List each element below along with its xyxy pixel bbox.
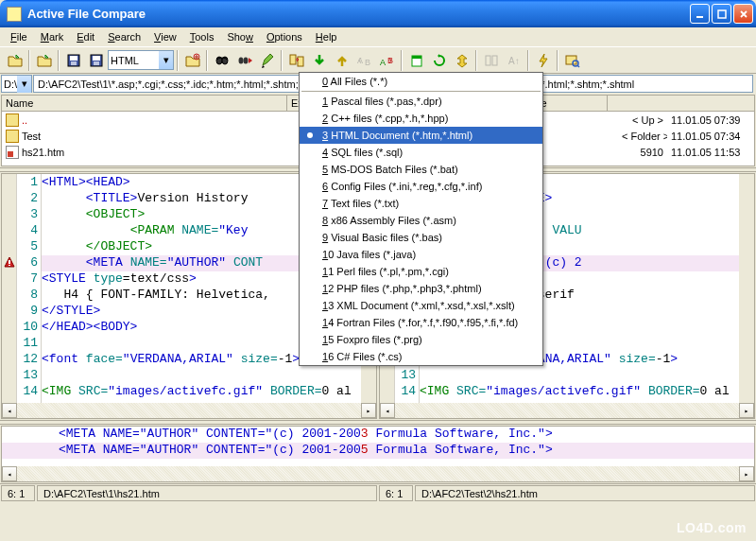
bolt-button[interactable] bbox=[532, 49, 554, 71]
separator bbox=[401, 50, 403, 71]
dropdown-separator bbox=[301, 91, 541, 92]
dropdown-item[interactable]: 5 MS-DOS Batch Files (*.bat) bbox=[300, 161, 542, 178]
copy-right-button[interactable]: BA bbox=[376, 49, 398, 71]
menu-help[interactable]: Help bbox=[309, 29, 344, 44]
dropdown-item[interactable]: 14 Fortran Files (*.for,*.f,*.f90,*.f95,… bbox=[300, 314, 542, 331]
scroll-track[interactable] bbox=[17, 403, 361, 418]
separator bbox=[281, 50, 283, 71]
filetype-combo[interactable]: HTML ▾ bbox=[108, 50, 174, 70]
status-left-path: D:\AFC2\Test\1\hs21.htm bbox=[37, 485, 377, 501]
status-left-pos: 6: 1 bbox=[1, 485, 35, 501]
copy-left-button[interactable]: AB bbox=[353, 49, 375, 71]
code-line[interactable]: <IMG SRC="images/activefc.gif" BORDER=0 … bbox=[420, 384, 739, 400]
code-line[interactable] bbox=[42, 368, 361, 384]
menu-view[interactable]: View bbox=[147, 29, 183, 44]
dropdown-item[interactable]: 10 Java files (*.java) bbox=[300, 246, 542, 263]
svg-rect-13 bbox=[290, 55, 296, 64]
separator bbox=[177, 50, 179, 71]
toolbar: HTML ▾ AB BA A↑ bbox=[0, 46, 756, 73]
find-next-button[interactable] bbox=[233, 49, 255, 71]
dropdown-item[interactable]: 11 Perl files (*.pl,*.pm,*.cgi) bbox=[300, 263, 542, 280]
next-diff-button[interactable] bbox=[308, 49, 330, 71]
scroll-left-button[interactable]: ◂ bbox=[380, 403, 395, 418]
scroll-right-button[interactable]: ▸ bbox=[739, 403, 754, 418]
dropdown-item[interactable]: 3 HTML Document (*.htm,*.html) bbox=[300, 127, 542, 144]
save-left-button[interactable] bbox=[62, 49, 84, 71]
dropdown-item[interactable]: 1 Pascal files (*.pas,*.dpr) bbox=[300, 93, 542, 110]
svg-rect-20 bbox=[412, 56, 421, 59]
svg-rect-3 bbox=[70, 56, 77, 61]
menu-options[interactable]: Options bbox=[260, 29, 309, 44]
diff-line-right: <META NAME="AUTHOR" CONTENT="(c) 2001-20… bbox=[2, 443, 754, 459]
chevron-down-icon[interactable]: ▾ bbox=[159, 51, 173, 69]
window-title: Active File Compare bbox=[26, 7, 690, 21]
dropdown-item[interactable]: 2 C++ files (*.cpp,*.h,*.hpp) bbox=[300, 110, 542, 127]
marker-column bbox=[2, 174, 17, 418]
dropdown-item[interactable]: 15 Foxpro files (*.prg) bbox=[300, 331, 542, 348]
close-button[interactable] bbox=[733, 4, 753, 24]
scroll-track[interactable] bbox=[17, 466, 739, 481]
dropdown-item[interactable]: 7 Text files (*.txt) bbox=[300, 195, 542, 212]
merge-button[interactable] bbox=[285, 49, 307, 71]
menu-mark[interactable]: Mark bbox=[34, 29, 70, 44]
recompare-button[interactable] bbox=[428, 49, 450, 71]
file-size: < Up > bbox=[618, 114, 667, 126]
prev-diff-button[interactable] bbox=[331, 49, 352, 71]
new-compare-button[interactable] bbox=[181, 49, 203, 71]
file-size: < Folder > bbox=[618, 131, 667, 142]
dropdown-item[interactable]: 13 XML Document (*.xml,*.xsd,*.xsl,*.xsl… bbox=[300, 297, 542, 314]
folder-icon bbox=[6, 130, 19, 143]
dropdown-item[interactable]: 12 PHP files (*.php,*.php3,*.phtml) bbox=[300, 280, 542, 297]
status-right-path: D:\AFC2\Test\2\hs21.htm bbox=[415, 485, 755, 501]
svg-text:B: B bbox=[387, 56, 393, 65]
scroll-right-button[interactable]: ▸ bbox=[361, 403, 376, 418]
scroll-track[interactable] bbox=[395, 403, 739, 418]
separator bbox=[557, 50, 558, 71]
svg-rect-26 bbox=[9, 260, 10, 264]
svg-rect-7 bbox=[94, 61, 99, 65]
search-button[interactable] bbox=[561, 49, 583, 71]
scrollbar-horizontal[interactable]: ◂ ▸ bbox=[380, 403, 754, 418]
svg-text:A↑: A↑ bbox=[508, 56, 520, 66]
open-left-button[interactable] bbox=[4, 49, 26, 71]
code-line[interactable] bbox=[420, 368, 739, 384]
dropdown-item[interactable]: 4 SQL files (*.sql) bbox=[300, 144, 542, 161]
save-right-button[interactable] bbox=[85, 49, 107, 71]
menu-file[interactable]: File bbox=[4, 29, 34, 44]
scrollbar-horizontal[interactable]: ◂ ▸ bbox=[2, 466, 754, 481]
code-line[interactable]: <IMG SRC="images/activefc.gif" BORDER=0 … bbox=[42, 384, 361, 400]
scroll-right-button[interactable]: ▸ bbox=[739, 466, 754, 481]
maximize-button[interactable] bbox=[712, 4, 731, 24]
titlebar: Active File Compare bbox=[0, 0, 756, 27]
scrollbar-horizontal[interactable]: ◂ ▸ bbox=[2, 403, 376, 418]
scrollbar-vertical[interactable] bbox=[739, 174, 754, 403]
separator bbox=[206, 50, 208, 71]
refresh-button[interactable] bbox=[405, 49, 427, 71]
columns2-button[interactable]: A↑ bbox=[503, 49, 524, 71]
horizontal-splitter-2[interactable] bbox=[0, 420, 756, 425]
dropdown-item[interactable]: 6 Config Files (*.ini,*.reg,*.cfg,*.inf) bbox=[300, 178, 542, 195]
dropdown-item-all[interactable]: 0 All Files (*.*) bbox=[300, 73, 542, 90]
file-name: Test bbox=[22, 131, 41, 142]
find-button[interactable] bbox=[211, 49, 232, 71]
dropdown-item[interactable]: 8 x86 Assembly Files (*.asm) bbox=[300, 212, 542, 229]
filetype-dropdown[interactable]: 0 All Files (*.*) 1 Pascal files (*.pas,… bbox=[299, 72, 543, 366]
scroll-left-button[interactable]: ◂ bbox=[2, 466, 17, 481]
menu-edit[interactable]: Edit bbox=[70, 29, 101, 44]
diff-summary-pane[interactable]: <META NAME="AUTHOR" CONTENT="(c) 2001-20… bbox=[1, 426, 755, 482]
dropdown-item[interactable]: 16 C# Files (*.cs) bbox=[300, 348, 542, 365]
col-name[interactable]: Name bbox=[2, 96, 287, 111]
open-right-button[interactable] bbox=[33, 49, 55, 71]
menu-show[interactable]: Show bbox=[220, 29, 260, 44]
dropdown-item[interactable]: 9 Visual Basic files (*.bas) bbox=[300, 229, 542, 246]
left-drive-combo[interactable]: D:\▾ bbox=[1, 75, 32, 93]
menu-tools[interactable]: Tools bbox=[183, 29, 221, 44]
minimize-button[interactable] bbox=[690, 4, 710, 24]
svg-rect-6 bbox=[93, 56, 100, 61]
edit-button[interactable] bbox=[256, 49, 278, 71]
columns-button[interactable] bbox=[480, 49, 502, 71]
menu-search[interactable]: Search bbox=[101, 29, 147, 44]
scroll-left-button[interactable]: ◂ bbox=[2, 403, 17, 418]
sync-scroll-button[interactable] bbox=[451, 49, 472, 71]
menubar: File Mark Edit Search View Tools Show Op… bbox=[0, 27, 756, 46]
